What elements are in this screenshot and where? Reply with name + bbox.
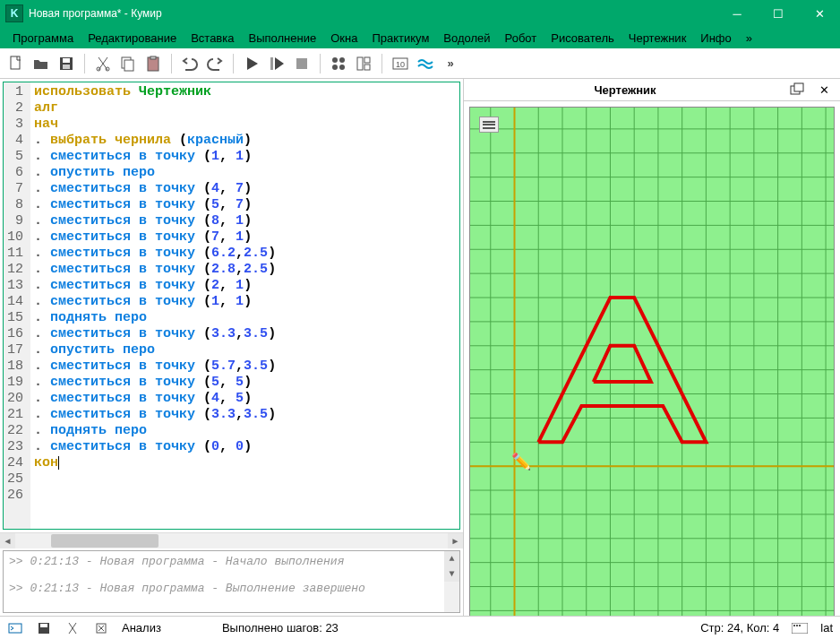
console-vscroll[interactable]: ▲ ▼ <box>444 551 459 612</box>
svg-rect-0 <box>11 56 20 69</box>
pen-icon: ✏️ <box>511 452 531 471</box>
editor-frame: 1234567891011121314151617181920212223242… <box>3 82 460 530</box>
svg-rect-22 <box>794 83 803 91</box>
keyboard-icon[interactable] <box>792 620 808 636</box>
menu-Водолей[interactable]: Водолей <box>436 30 497 47</box>
minimize-button[interactable]: ─ <box>716 0 758 27</box>
new-file-button[interactable] <box>5 53 27 74</box>
svg-rect-67 <box>796 625 798 626</box>
maximize-button[interactable]: ☐ <box>758 0 799 27</box>
paste-button[interactable] <box>142 53 164 74</box>
svg-rect-61 <box>9 624 21 633</box>
scroll-left-icon[interactable]: ◄ <box>0 533 15 548</box>
code-area[interactable]: использовать Чертежникалгнач. выбрать че… <box>30 82 459 529</box>
scroll-up-icon[interactable]: ▲ <box>444 551 459 566</box>
save-button[interactable] <box>56 53 77 74</box>
svg-point-14 <box>332 65 338 70</box>
step-button[interactable] <box>266 53 287 74</box>
svg-rect-18 <box>364 65 370 70</box>
toolbar-separator <box>320 54 321 73</box>
console-output[interactable]: >> 0:21:13 - Новая программа - Начало вы… <box>3 550 460 613</box>
svg-rect-9 <box>150 56 156 59</box>
detach-button[interactable] <box>786 79 808 100</box>
left-pane: 1234567891011121314151617181920212223242… <box>0 79 464 616</box>
window-title: Новая программа* - Кумир <box>29 7 716 20</box>
close-panel-button[interactable]: ✕ <box>813 79 835 100</box>
svg-rect-66 <box>793 625 795 626</box>
svg-point-12 <box>332 57 338 63</box>
layout-button[interactable] <box>353 53 374 74</box>
canvas-border: ✏️ <box>469 107 835 616</box>
menu-Редактирование[interactable]: Редактирование <box>81 30 184 47</box>
scroll-right-icon[interactable]: ► <box>448 533 463 548</box>
canvas-menu-button[interactable] <box>479 117 499 133</box>
menu-Выполнение[interactable]: Выполнение <box>241 30 323 47</box>
menu-Практикум[interactable]: Практикум <box>364 30 436 47</box>
toolbar-separator <box>84 54 85 73</box>
svg-rect-3 <box>63 65 70 69</box>
status-cursor: Стр: 24, Кол: 4 <box>700 621 779 635</box>
menu-Вставка[interactable]: Вставка <box>184 30 241 47</box>
menubar: ПрограммаРедактированиеВставкаВыполнение… <box>0 27 840 48</box>
svg-rect-2 <box>63 58 70 63</box>
undo-button[interactable] <box>179 53 201 74</box>
toolbar-separator <box>171 54 172 73</box>
status-lang[interactable]: lat <box>820 621 833 635</box>
editor-hscroll[interactable]: ◄ ► <box>0 532 463 548</box>
status-steps: Выполнено шагов: 23 <box>222 621 339 635</box>
redo-button[interactable] <box>204 53 226 74</box>
run-button[interactable] <box>241 53 262 74</box>
main-area: 1234567891011121314151617181920212223242… <box>0 79 840 616</box>
menu-Рисователь[interactable]: Рисователь <box>544 30 621 47</box>
menu-»[interactable]: » <box>739 30 759 47</box>
copy-button[interactable] <box>117 53 139 74</box>
svg-rect-11 <box>296 58 307 69</box>
menu-Программа[interactable]: Программа <box>5 30 81 47</box>
svg-rect-63 <box>40 624 47 627</box>
canvas-wrap: ✏️ <box>464 101 840 616</box>
svg-rect-10 <box>270 57 273 70</box>
status-console-icon[interactable] <box>7 620 23 636</box>
toolbar-left: 10 » <box>0 53 467 74</box>
titlebar: K Новая программа* - Кумир ─ ☐ ✕ <box>0 0 840 27</box>
scroll-thumb[interactable] <box>51 534 159 548</box>
svg-point-15 <box>339 65 345 70</box>
menu-Окна[interactable]: Окна <box>323 30 364 47</box>
stop-button[interactable] <box>291 53 313 74</box>
toolbar-separator <box>381 54 382 73</box>
open-file-button[interactable] <box>30 53 52 74</box>
app-icon: K <box>5 4 23 22</box>
line-gutter: 1234567891011121314151617181920212223242… <box>4 82 30 529</box>
right-header: Чертежник ✕ <box>464 79 840 101</box>
svg-point-4 <box>97 67 100 71</box>
svg-rect-65 <box>792 623 808 634</box>
toolbar-separator <box>233 54 234 73</box>
vodoley-button[interactable] <box>415 53 436 74</box>
toolbar-row: 10 » <box>0 48 840 79</box>
counter-button[interactable]: 10 <box>390 53 411 74</box>
svg-rect-16 <box>357 57 363 70</box>
drawing-canvas[interactable]: ✏️ <box>470 108 834 616</box>
svg-rect-7 <box>124 60 133 71</box>
status-save-icon[interactable] <box>36 620 52 636</box>
status-clear-icon[interactable] <box>93 620 109 636</box>
cut-button[interactable] <box>92 53 114 74</box>
toolbar-expand-button[interactable]: » <box>440 56 461 70</box>
code-editor[interactable]: 1234567891011121314151617181920212223242… <box>4 82 459 529</box>
menu-Чертежник[interactable]: Чертежник <box>621 30 694 47</box>
svg-point-13 <box>339 57 345 63</box>
close-button[interactable]: ✕ <box>799 0 840 27</box>
statusbar: Анализ Выполнено шагов: 23 Стр: 24, Кол:… <box>0 616 840 639</box>
status-cut-icon[interactable] <box>64 620 81 636</box>
right-panel-title: Чертежник <box>464 83 786 97</box>
status-analysis: Анализ <box>122 621 161 635</box>
scroll-track[interactable] <box>15 533 448 548</box>
scroll-down-icon[interactable]: ▼ <box>444 566 459 582</box>
menu-Инфо[interactable]: Инфо <box>693 30 738 47</box>
svg-text:10: 10 <box>396 60 405 69</box>
right-pane: Чертежник ✕ ✏️ <box>464 79 840 616</box>
svg-point-5 <box>106 67 109 71</box>
menu-Робот[interactable]: Робот <box>498 30 544 47</box>
svg-rect-68 <box>799 625 801 626</box>
actors-button[interactable] <box>328 53 349 74</box>
